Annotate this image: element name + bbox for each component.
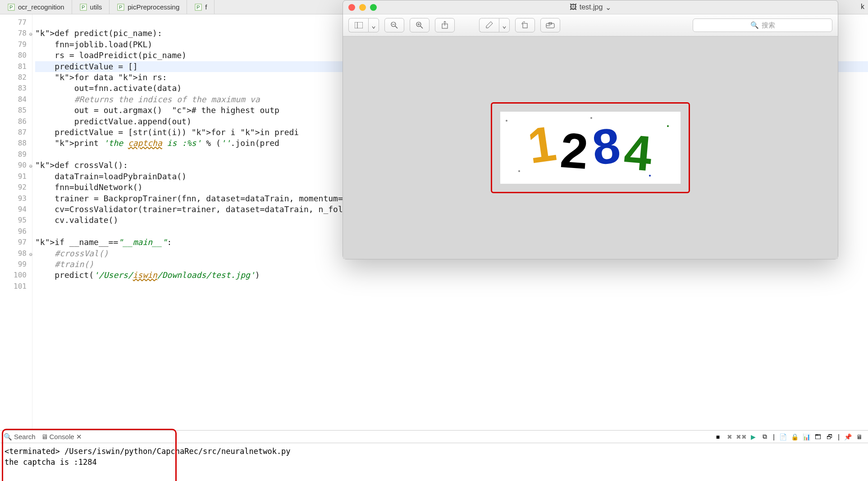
close-button[interactable]: [348, 4, 355, 11]
highlight-dropdown-button[interactable]: ⌄: [499, 18, 510, 32]
minimize-button[interactable]: [359, 4, 366, 11]
preview-toolbar: ⌄ ⌄ 🔍 搜索: [343, 14, 838, 36]
svg-marker-19: [486, 22, 493, 28]
tab-console[interactable]: 🖥 Console ✕: [41, 433, 82, 441]
python-file-icon: P: [117, 3, 125, 11]
console-icon: 🖥: [41, 433, 48, 440]
close-icon[interactable]: ✕: [76, 433, 82, 441]
captcha-digit-3: 8: [589, 116, 623, 176]
window-traffic-lights: [348, 4, 377, 11]
search-icon: 🔍: [4, 433, 12, 441]
tool-icon-1[interactable]: 📄: [778, 432, 788, 442]
truncated-right-text: k: [861, 3, 864, 11]
tab-console-label: Console: [50, 433, 74, 440]
markup-button[interactable]: [540, 18, 560, 32]
svg-line-14: [420, 26, 423, 28]
sidebar-dropdown-button[interactable]: ⌄: [368, 18, 379, 32]
preview-title: 🖼 test.jpg ⌄: [570, 3, 612, 12]
preview-canvas[interactable]: 1 2 8 4: [343, 36, 838, 259]
copy-icon[interactable]: ⧉: [760, 432, 770, 442]
console-panel: 🔍 Search 🖥 Console ✕ ■ ✖ ✖✖ ▶ ⧉ | 📄 🔒 📊 …: [0, 430, 868, 481]
python-file-icon: P: [7, 3, 15, 11]
maximize-button[interactable]: [370, 4, 377, 11]
terminated-label: <terminated>: [5, 447, 60, 456]
preview-window: 🖼 test.jpg ⌄ ⌄ ⌄: [343, 0, 838, 259]
tool-icon-7[interactable]: 🖥: [854, 432, 864, 442]
highlight-button[interactable]: [479, 18, 499, 32]
python-file-icon: P: [79, 3, 87, 11]
tab-ocr-recognition[interactable]: P ocr_recognition: [0, 0, 72, 14]
search-icon: 🔍: [750, 21, 759, 29]
captcha-digit-4: 4: [622, 123, 654, 182]
preview-filename: test.jpg: [580, 3, 603, 11]
console-output[interactable]: <terminated> /Users/iswin/python/CapchaR…: [0, 443, 868, 481]
zoom-in-button[interactable]: [410, 18, 429, 32]
preview-titlebar[interactable]: 🖼 test.jpg ⌄: [343, 0, 838, 14]
remove-icon[interactable]: ✖: [725, 432, 735, 442]
tool-icon-4[interactable]: 🗔: [813, 432, 823, 442]
tool-icon-5[interactable]: 🗗: [825, 432, 835, 442]
tool-icon-6[interactable]: 📌: [843, 432, 853, 442]
script-path: /Users/iswin/python/CapchaRec/src/neural…: [64, 447, 291, 456]
console-tabs-bar: 🔍 Search 🖥 Console ✕ ■ ✖ ✖✖ ▶ ⧉ | 📄 🔒 📊 …: [0, 431, 868, 443]
share-button[interactable]: [435, 18, 455, 32]
remove-all-icon[interactable]: ✖✖: [736, 432, 746, 442]
separator: |: [772, 432, 776, 442]
tab-truncated[interactable]: P f: [187, 0, 215, 14]
tab-label: ocr_recognition: [18, 3, 64, 11]
svg-rect-8: [355, 22, 363, 28]
svg-rect-20: [523, 23, 527, 28]
svg-line-11: [395, 26, 397, 28]
tab-picpreprocessing[interactable]: P picPreprocessing: [110, 0, 187, 14]
annotation-box-captcha: 1 2 8 4: [491, 102, 690, 193]
separator: |: [836, 432, 841, 442]
console-output-line: the captcha is :1284: [5, 458, 97, 467]
tab-utils[interactable]: P utils: [72, 0, 110, 14]
python-file-icon: P: [194, 3, 202, 11]
zoom-out-button[interactable]: [384, 18, 404, 32]
svg-text:P: P: [9, 5, 13, 10]
tab-label: picPreprocessing: [128, 3, 179, 11]
line-number-gutter: 7778798081828384858687888990919293949596…: [0, 14, 32, 430]
svg-text:P: P: [119, 5, 122, 10]
console-tool-icons: ■ ✖ ✖✖ ▶ ⧉ | 📄 🔒 📊 🗔 🗗 | 📌 🖥: [713, 432, 864, 442]
run-icon[interactable]: ▶: [748, 432, 758, 442]
tool-icon-3[interactable]: 📊: [801, 432, 811, 442]
tab-search-label: Search: [14, 433, 36, 440]
captcha-digit-2: 2: [558, 121, 590, 180]
jpg-file-icon: 🖼: [570, 3, 577, 11]
search-placeholder: 搜索: [762, 21, 775, 30]
rotate-button[interactable]: [515, 18, 535, 32]
svg-text:P: P: [196, 5, 200, 10]
sidebar-toggle-button[interactable]: [348, 18, 368, 32]
dropdown-icon[interactable]: ⌄: [605, 3, 611, 12]
svg-text:P: P: [82, 5, 85, 10]
tab-label: f: [205, 3, 207, 11]
tab-label: utils: [90, 3, 102, 11]
tool-icon-2[interactable]: 🔒: [790, 432, 799, 442]
search-field[interactable]: 🔍 搜索: [693, 18, 832, 32]
captcha-digit-1: 1: [524, 114, 559, 174]
tab-search[interactable]: 🔍 Search: [4, 433, 36, 441]
stop-icon[interactable]: ■: [713, 432, 723, 442]
captcha-image: 1 2 8 4: [500, 112, 681, 184]
